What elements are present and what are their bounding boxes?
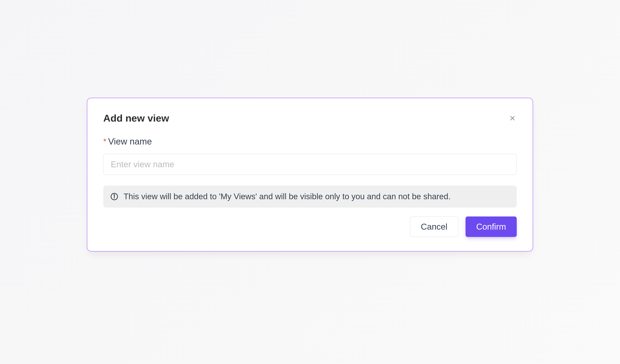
- info-icon: [110, 193, 118, 200]
- close-icon[interactable]: [508, 114, 517, 122]
- confirm-button[interactable]: Confirm: [465, 216, 517, 237]
- required-asterisk: *: [103, 137, 106, 146]
- view-name-label: * View name: [103, 136, 517, 147]
- add-view-modal: Add new view * View name This view will …: [87, 98, 533, 252]
- field-label-text: View name: [108, 136, 152, 147]
- modal-header: Add new view: [103, 112, 517, 124]
- modal-title: Add new view: [103, 112, 169, 124]
- svg-point-4: [114, 195, 115, 195]
- info-banner: This view will be added to 'My Views' an…: [103, 185, 517, 208]
- button-row: Cancel Confirm: [103, 216, 517, 237]
- cancel-button[interactable]: Cancel: [410, 216, 458, 237]
- info-text: This view will be added to 'My Views' an…: [124, 191, 450, 202]
- view-name-input[interactable]: [103, 154, 517, 175]
